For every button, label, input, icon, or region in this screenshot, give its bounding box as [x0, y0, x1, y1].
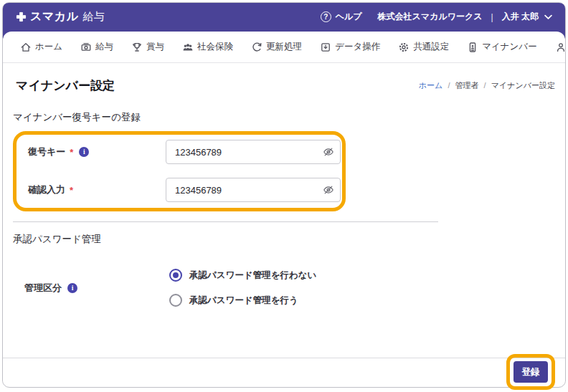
gear-icon	[398, 42, 410, 53]
approval-section-heading: 承認パスワード管理	[13, 233, 555, 246]
id-card-icon	[467, 42, 478, 53]
highlight-box-submit-button: 登録	[506, 354, 555, 390]
decryption-key-label-col: 復号キー * i	[28, 145, 166, 158]
nav-item-social-insurance[interactable]: 社会保険	[182, 41, 233, 53]
account-area: 株式会社スマカルワークス | 入井 太郎	[378, 11, 552, 23]
management-type-label: 管理区分	[24, 282, 62, 295]
management-type-row: 管理区分 i 承認パスワード管理を行わない 承認パスワード管理を行う	[13, 269, 555, 307]
info-icon[interactable]: i	[79, 147, 89, 157]
breadcrumb-separator: /	[484, 81, 486, 90]
nav-label: データ操作	[335, 41, 380, 53]
question-circle-icon: ?	[321, 11, 331, 22]
breadcrumb-home-link[interactable]: ホーム	[419, 81, 443, 90]
user-menu[interactable]: 入井 太郎	[502, 11, 552, 23]
product-name: 給与	[83, 10, 105, 24]
content-sheet: ホーム 給与 賞与 社会保険 更新処理 データ操作	[3, 32, 565, 386]
nav-label: 給与	[95, 41, 113, 53]
nav-item-mynumber[interactable]: マイナンバー	[467, 41, 536, 53]
main-content: マイナンバー設定 ホーム / 管理者 / マイナンバー設定 マイナンバー復号キー…	[3, 63, 565, 358]
eye-slash-icon[interactable]	[323, 184, 334, 196]
confirm-key-input[interactable]	[166, 178, 341, 202]
decryption-key-input-wrap	[166, 140, 341, 164]
radio-option-no-password-management[interactable]: 承認パスワード管理を行わない	[169, 269, 316, 282]
highlight-box-decryption-fields: 復号キー * i 確認入力 *	[13, 131, 346, 211]
breadcrumb-current: マイナンバー設定	[491, 81, 555, 90]
nav-item-home[interactable]: ホーム	[20, 41, 62, 53]
account-separator: |	[491, 12, 493, 22]
nav-item-admin[interactable]: 管理	[555, 41, 568, 53]
download-box-icon	[320, 42, 331, 53]
confirm-key-label: 確認入力	[28, 183, 65, 196]
management-type-label-col: 管理区分 i	[24, 282, 162, 295]
nav-item-salary[interactable]: 給与	[80, 41, 113, 53]
eye-slash-icon[interactable]	[323, 146, 334, 158]
person-icon	[555, 42, 567, 53]
people-icon	[182, 42, 194, 53]
nav-item-data-operations[interactable]: データ操作	[320, 41, 380, 53]
nav-label: 賞与	[146, 41, 164, 53]
page-footer: 登録	[3, 358, 565, 386]
submit-button[interactable]: 登録	[513, 361, 548, 383]
radio-label: 承認パスワード管理を行わない	[189, 269, 316, 282]
radio-option-password-management[interactable]: 承認パスワード管理を行う	[169, 294, 316, 307]
trophy-icon	[131, 42, 143, 53]
breadcrumb-separator: /	[448, 81, 450, 90]
management-type-options: 承認パスワード管理を行わない 承認パスワード管理を行う	[162, 269, 316, 307]
decryption-section-heading: マイナンバー復号キーの登録	[13, 111, 555, 124]
plus-logo-icon	[16, 11, 27, 22]
appbar-right: ? ヘルプ 株式会社スマカルワークス | 入井 太郎	[321, 9, 552, 23]
decryption-key-label: 復号キー	[28, 145, 65, 158]
refresh-icon	[251, 42, 262, 53]
radio-unselected-icon[interactable]	[169, 294, 182, 307]
decryption-key-input[interactable]	[166, 140, 341, 164]
app-window: スマカル給与 ? ヘルプ 株式会社スマカルワークス | 入井 太郎 ホーム	[2, 2, 566, 388]
home-icon	[20, 42, 32, 53]
section-divider	[13, 221, 438, 222]
main-nav: ホーム 給与 賞与 社会保険 更新処理 データ操作	[3, 32, 565, 63]
nav-label: ホーム	[35, 41, 62, 53]
nav-label: 更新処理	[266, 41, 302, 53]
help-label: ヘルプ	[336, 11, 362, 23]
nav-label: マイナンバー	[482, 41, 536, 53]
brand-name: スマカル	[30, 9, 79, 24]
required-mark: *	[70, 147, 73, 158]
confirm-key-input-wrap	[166, 178, 341, 202]
nav-item-update[interactable]: 更新処理	[251, 41, 302, 53]
user-name: 入井 太郎	[502, 11, 539, 23]
breadcrumb-level2: 管理者	[455, 81, 479, 90]
confirm-key-row: 確認入力 *	[16, 178, 342, 202]
banknote-icon	[80, 42, 92, 53]
required-mark: *	[70, 185, 73, 196]
info-icon[interactable]: i	[67, 283, 77, 293]
app-logo[interactable]: スマカル給与	[16, 9, 105, 24]
breadcrumb: ホーム / 管理者 / マイナンバー設定	[419, 80, 555, 91]
nav-label: 共通設定	[413, 41, 449, 53]
nav-item-common-settings[interactable]: 共通設定	[398, 41, 449, 53]
radio-label: 承認パスワード管理を行う	[189, 295, 298, 307]
company-name: 株式会社スマカルワークス	[378, 11, 483, 23]
nav-label: 社会保険	[197, 41, 233, 53]
chevron-down-icon	[544, 14, 552, 20]
decryption-key-row: 復号キー * i	[16, 140, 342, 164]
radio-selected-icon[interactable]	[169, 269, 182, 282]
title-row: マイナンバー設定 ホーム / 管理者 / マイナンバー設定	[13, 77, 555, 94]
confirm-key-label-col: 確認入力 *	[28, 183, 166, 196]
nav-item-bonus[interactable]: 賞与	[131, 41, 164, 53]
help-button[interactable]: ? ヘルプ	[321, 11, 362, 23]
page-title: マイナンバー設定	[16, 77, 115, 94]
